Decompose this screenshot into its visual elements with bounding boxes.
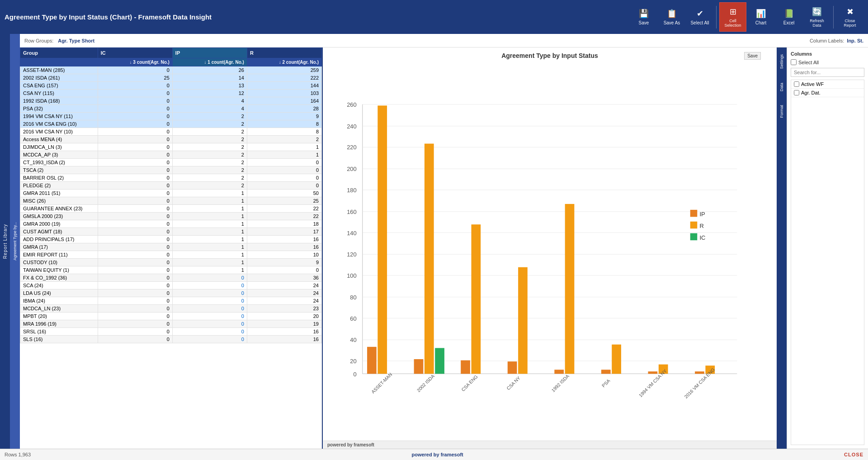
table-row: TAIWAN EQUITY (1) 0 1 0 <box>20 266 322 274</box>
excel-button[interactable]: 📗 Excel <box>775 2 802 32</box>
ic-cell: 0 <box>98 151 172 159</box>
svg-text:220: 220 <box>347 144 357 151</box>
ic-cell: 0 <box>98 113 172 120</box>
ip-cell: 14 <box>172 74 247 82</box>
svg-text:180: 180 <box>347 187 357 194</box>
legend-r-box <box>690 222 698 229</box>
columns-search-input[interactable] <box>791 68 864 77</box>
table-row: IBMA (24) 0 0 24 <box>20 297 322 305</box>
settings-tab[interactable]: Settings <box>778 47 786 76</box>
legend-ic-box <box>690 233 698 241</box>
bar-chart-svg: 260 240 220 200 <box>327 64 772 438</box>
r-cell: 24 <box>247 282 321 289</box>
table-row: 2002 ISDA (261) 25 14 222 <box>20 74 322 82</box>
bar-ip-assetman <box>367 347 377 374</box>
ip-cell: 1 <box>172 251 247 259</box>
bar-r-csany <box>518 267 528 374</box>
ip-cell: 1 <box>172 243 247 251</box>
left-sidebar: Report Library <box>0 34 10 449</box>
r-cell: 2 <box>247 136 321 143</box>
group-cell: MRA 1996 (19) <box>20 320 98 328</box>
r-header: R <box>247 48 321 58</box>
ip-cell: 2 <box>172 143 247 151</box>
ip-cell: 12 <box>172 90 247 97</box>
group-cell: TSCA (2) <box>20 166 98 174</box>
ip-cell: 2 <box>172 128 247 136</box>
select-all-button[interactable]: ✔ Select All <box>686 2 713 32</box>
agr-dat-checkbox[interactable] <box>794 90 799 95</box>
table-row: GMRA (17) 0 1 16 <box>20 243 322 251</box>
bar-ip-csaeng <box>461 360 470 374</box>
ip-cell: 1 <box>172 197 247 205</box>
save-button[interactable]: 💾 Save <box>630 2 657 32</box>
group-cell: ASSET-MAN (285) <box>20 66 98 74</box>
active-wf-checkbox[interactable] <box>794 81 799 87</box>
group-cell: CSA ENG (157) <box>20 82 98 90</box>
columns-list: Active WF Agr. Dat. <box>791 80 864 445</box>
ip-cell: 2 <box>172 174 247 182</box>
chart-powered-by: powered by <box>327 442 353 447</box>
content-area: Report Library Agreement Type by... Row … <box>0 34 868 449</box>
data-tab[interactable]: Data <box>778 76 786 98</box>
refresh-button[interactable]: 🔄 Refresh Data <box>803 2 830 32</box>
svg-text:240: 240 <box>347 123 357 130</box>
bar-group-assetman: ASSET-MAN <box>367 105 393 394</box>
select-all-checkbox[interactable] <box>791 59 797 65</box>
ic-cell: 0 <box>98 259 172 266</box>
group-cell: GMRA 2011 (51) <box>20 190 98 197</box>
table-row: CT_1993_ISDA (2) 0 2 0 <box>20 159 322 166</box>
r-cell: 20 <box>247 313 321 320</box>
table-row: EMIR REPORT (11) 0 1 10 <box>20 251 322 259</box>
ic-cell: 0 <box>98 190 172 197</box>
table-row: GUARANTEE ANNEX (23) 0 1 22 <box>20 205 322 213</box>
save-as-button[interactable]: 📋 Save As <box>658 2 685 32</box>
bar-ip-psa <box>601 370 611 374</box>
r-cell: 9 <box>247 259 321 266</box>
close-report-button[interactable]: ✖ Close Report <box>836 2 863 32</box>
chart-save-button[interactable]: Save <box>744 52 761 60</box>
ic-cell: 0 <box>98 220 172 228</box>
svg-text:200: 200 <box>347 166 357 172</box>
format-tab[interactable]: Format <box>778 98 786 125</box>
powered-by-text: powered by <box>411 452 439 457</box>
chart-button[interactable]: 📊 Chart <box>747 2 774 32</box>
y-axis: 260 240 220 200 <box>347 101 737 378</box>
r-cell: 103 <box>247 90 321 97</box>
r-cell: 50 <box>247 190 321 197</box>
svg-text:20: 20 <box>350 358 356 365</box>
cell-selection-icon: ⊞ <box>730 7 736 17</box>
r-cell: 16 <box>247 236 321 243</box>
chart-icon: 📊 <box>756 9 766 19</box>
save-as-icon: 📋 <box>667 9 677 19</box>
svg-text:60: 60 <box>350 315 356 322</box>
table-container[interactable]: Group IC IP R ↓ 3 count(Agr. No.) ↓ 1 co… <box>20 47 323 449</box>
close-button[interactable]: CLOSE <box>844 452 863 457</box>
r-cell: 18 <box>247 220 321 228</box>
group-cell: GMRA (17) <box>20 243 98 251</box>
table-row: LDA US (24) 0 0 24 <box>20 289 322 297</box>
r-sub-header: ↓ 2 count(Agr. No.) <box>247 58 321 66</box>
ic-cell: 0 <box>98 282 172 289</box>
ip-cell: 0 <box>172 336 247 343</box>
cell-selection-button[interactable]: ⊞ Cell Selection <box>719 2 746 32</box>
label-psa: PSA <box>601 378 611 388</box>
ip-cell: 0 <box>172 320 247 328</box>
legend-ip-label: IP <box>699 211 705 218</box>
group-cell: ADD PRINCIPALS (17) <box>20 236 98 243</box>
ic-cell: 0 <box>98 289 172 297</box>
svg-text:40: 40 <box>350 337 356 343</box>
table-row: SRSL (16) 0 0 16 <box>20 328 322 336</box>
r-cell: 36 <box>247 274 321 282</box>
app-title: Agreement Type by Input Status (Chart) -… <box>5 13 630 21</box>
group-cell: CUST AGMT (18) <box>20 228 98 236</box>
group-cell: 2016 VM CSA ENG (10) <box>20 120 98 128</box>
table-row: Access MENA (4) 0 2 2 <box>20 136 322 143</box>
group-cell: MCDCA_LN (23) <box>20 305 98 313</box>
r-cell: 24 <box>247 289 321 297</box>
r-cell: 0 <box>247 166 321 174</box>
r-cell: 9 <box>247 113 321 120</box>
label-csaeng: CSA ENG <box>461 374 479 392</box>
agreement-type-sidebar: Agreement Type by... <box>10 34 20 449</box>
ic-cell: 0 <box>98 128 172 136</box>
ip-cell: 2 <box>172 113 247 120</box>
